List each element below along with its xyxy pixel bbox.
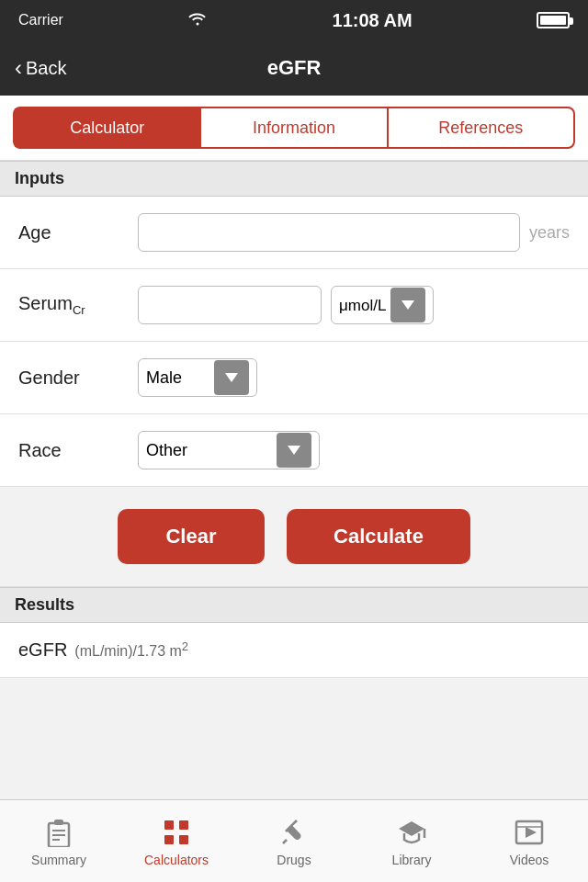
serum-cr-row: SerumCr μmol/L mg/dL: [0, 269, 588, 342]
wifi-icon: [187, 11, 208, 29]
status-time: 11:08 AM: [333, 10, 413, 31]
serum-cr-sub: Cr: [73, 303, 85, 317]
videos-tab-label: Videos: [510, 853, 549, 867]
graduation-icon: [395, 816, 428, 849]
calculators-tab-label: Calculators: [144, 853, 209, 867]
serum-cr-input[interactable]: [138, 286, 322, 324]
tab-references[interactable]: References: [387, 107, 575, 149]
svg-marker-13: [399, 821, 424, 836]
clear-button[interactable]: Clear: [118, 509, 265, 564]
egfr-unit: (mL/min)/1.73 m2: [74, 639, 188, 660]
svg-rect-8: [164, 820, 174, 830]
svg-line-12: [283, 840, 287, 843]
tab-library[interactable]: Library: [353, 800, 470, 882]
results-section-header: Results: [0, 587, 588, 623]
grid-icon: [160, 816, 193, 849]
serum-unit-dropdown[interactable]: μmol/L mg/dL: [331, 286, 434, 324]
calculate-button[interactable]: Calculate: [287, 509, 470, 564]
action-buttons: Clear Calculate: [0, 487, 588, 587]
dropper-icon: [277, 816, 311, 849]
gender-select[interactable]: Male Female: [146, 368, 210, 387]
svg-rect-4: [54, 820, 63, 825]
clipboard-icon: [42, 816, 75, 849]
bottom-tab-bar: Summary Calculators Drugs: [0, 799, 588, 882]
nav-bar: ‹ Back eGFR: [0, 40, 588, 96]
serum-unit-arrow: [390, 288, 425, 322]
tab-calculator[interactable]: Calculator: [13, 107, 199, 149]
summary-tab-label: Summary: [31, 853, 86, 867]
gender-dropdown[interactable]: Male Female: [138, 358, 257, 397]
tab-calculators[interactable]: Calculators: [118, 800, 235, 882]
back-chevron: ‹: [15, 55, 22, 81]
carrier-label: Carrier: [18, 12, 63, 28]
tab-videos[interactable]: Videos: [470, 800, 588, 882]
age-label: Age: [18, 222, 138, 243]
battery-icon: [537, 12, 570, 28]
race-row: Race Other African American: [0, 414, 588, 487]
age-row: Age years: [0, 197, 588, 269]
gender-label: Gender: [18, 368, 138, 389]
egfr-label: eGFR: [18, 639, 67, 661]
race-dropdown[interactable]: Other African American: [138, 431, 320, 469]
race-label: Race: [18, 440, 138, 461]
svg-rect-9: [179, 820, 188, 830]
play-icon: [513, 816, 546, 849]
race-select[interactable]: Other African American: [146, 441, 273, 459]
serum-unit-select[interactable]: μmol/L mg/dL: [339, 297, 387, 314]
back-label: Back: [26, 58, 66, 79]
svg-rect-10: [164, 835, 174, 844]
age-unit: years: [529, 223, 570, 243]
drugs-tab-label: Drugs: [277, 853, 311, 867]
status-bar: Carrier 11:08 AM: [0, 0, 588, 40]
tab-drugs[interactable]: Drugs: [235, 800, 353, 882]
gender-arrow: [214, 360, 249, 395]
library-tab-label: Library: [392, 853, 432, 867]
tab-summary[interactable]: Summary: [0, 800, 118, 882]
svg-marker-0: [401, 300, 414, 310]
segment-tabs: Calculator Information References: [0, 96, 588, 161]
race-arrow: [277, 433, 311, 468]
svg-marker-2: [288, 446, 300, 455]
egfr-result-row: eGFR (mL/min)/1.73 m2: [0, 623, 588, 678]
svg-marker-1: [225, 373, 238, 382]
gender-row: Gender Male Female: [0, 342, 588, 414]
svg-rect-11: [179, 835, 188, 844]
inputs-section-header: Inputs: [0, 161, 588, 197]
svg-marker-16: [526, 827, 537, 838]
serum-cr-label: SerumCr: [18, 293, 138, 317]
tab-information[interactable]: Information: [199, 107, 386, 149]
back-button[interactable]: ‹ Back: [15, 55, 66, 81]
nav-title: eGFR: [267, 56, 322, 80]
age-input[interactable]: [138, 213, 520, 252]
